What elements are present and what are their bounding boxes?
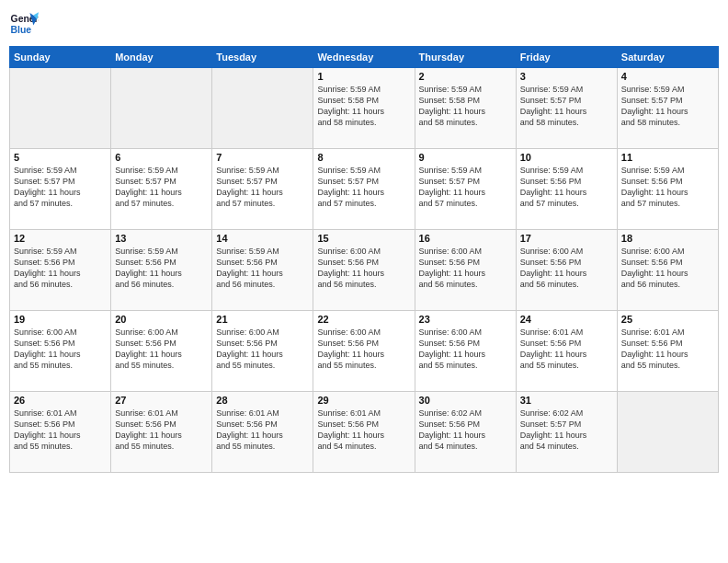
day-cell: 14Sunrise: 5:59 AM Sunset: 5:56 PM Dayli…: [212, 230, 313, 311]
day-number: 28: [216, 395, 309, 406]
day-cell: 18Sunrise: 6:00 AM Sunset: 5:56 PM Dayli…: [617, 230, 718, 311]
day-number: 11: [621, 152, 714, 163]
day-cell: 20Sunrise: 6:00 AM Sunset: 5:56 PM Dayli…: [111, 311, 212, 392]
day-info: Sunrise: 5:59 AM Sunset: 5:57 PM Dayligh…: [317, 165, 410, 210]
day-number: 18: [621, 233, 714, 244]
day-number: 10: [520, 152, 613, 163]
day-info: Sunrise: 5:59 AM Sunset: 5:56 PM Dayligh…: [14, 246, 107, 291]
col-saturday: Saturday: [617, 47, 718, 68]
header: General Blue: [9, 9, 719, 39]
day-number: 23: [419, 314, 512, 325]
day-cell: 11Sunrise: 5:59 AM Sunset: 5:56 PM Dayli…: [617, 149, 718, 230]
day-cell: 27Sunrise: 6:01 AM Sunset: 5:56 PM Dayli…: [111, 392, 212, 473]
logo: General Blue: [9, 9, 46, 39]
day-cell: 8Sunrise: 5:59 AM Sunset: 5:57 PM Daylig…: [313, 149, 415, 230]
day-cell: [617, 392, 718, 473]
week-row-5: 26Sunrise: 6:01 AM Sunset: 5:56 PM Dayli…: [10, 392, 719, 473]
col-wednesday: Wednesday: [313, 47, 415, 68]
day-cell: 22Sunrise: 6:00 AM Sunset: 5:56 PM Dayli…: [313, 311, 415, 392]
day-info: Sunrise: 5:59 AM Sunset: 5:56 PM Dayligh…: [216, 246, 309, 291]
day-cell: 7Sunrise: 5:59 AM Sunset: 5:57 PM Daylig…: [212, 149, 313, 230]
day-cell: 16Sunrise: 6:00 AM Sunset: 5:56 PM Dayli…: [415, 230, 516, 311]
page: General Blue Sunday Monday: [0, 0, 728, 563]
day-number: 29: [317, 395, 410, 406]
col-thursday: Thursday: [415, 47, 516, 68]
day-info: Sunrise: 5:59 AM Sunset: 5:58 PM Dayligh…: [317, 84, 410, 129]
calendar-table: Sunday Monday Tuesday Wednesday Thursday…: [9, 46, 719, 473]
day-number: 24: [520, 314, 613, 325]
day-info: Sunrise: 5:59 AM Sunset: 5:57 PM Dayligh…: [115, 165, 208, 210]
day-info: Sunrise: 5:59 AM Sunset: 5:58 PM Dayligh…: [419, 84, 512, 129]
day-info: Sunrise: 6:00 AM Sunset: 5:56 PM Dayligh…: [419, 327, 512, 372]
day-info: Sunrise: 5:59 AM Sunset: 5:57 PM Dayligh…: [520, 84, 613, 129]
day-number: 30: [419, 395, 512, 406]
day-number: 20: [115, 314, 208, 325]
day-cell: 24Sunrise: 6:01 AM Sunset: 5:56 PM Dayli…: [516, 311, 617, 392]
day-info: Sunrise: 6:00 AM Sunset: 5:56 PM Dayligh…: [317, 246, 410, 291]
day-number: 8: [317, 152, 410, 163]
col-tuesday: Tuesday: [212, 47, 313, 68]
day-number: 22: [317, 314, 410, 325]
day-info: Sunrise: 6:00 AM Sunset: 5:56 PM Dayligh…: [216, 327, 309, 372]
day-info: Sunrise: 5:59 AM Sunset: 5:56 PM Dayligh…: [520, 165, 613, 210]
day-info: Sunrise: 6:01 AM Sunset: 5:56 PM Dayligh…: [520, 327, 613, 372]
day-info: Sunrise: 6:01 AM Sunset: 5:56 PM Dayligh…: [621, 327, 714, 372]
day-cell: 2Sunrise: 5:59 AM Sunset: 5:58 PM Daylig…: [415, 68, 516, 149]
day-info: Sunrise: 5:59 AM Sunset: 5:57 PM Dayligh…: [621, 84, 714, 129]
day-info: Sunrise: 6:01 AM Sunset: 5:56 PM Dayligh…: [317, 408, 410, 453]
day-cell: 3Sunrise: 5:59 AM Sunset: 5:57 PM Daylig…: [516, 68, 617, 149]
day-cell: 28Sunrise: 6:01 AM Sunset: 5:56 PM Dayli…: [212, 392, 313, 473]
day-number: 1: [317, 71, 410, 82]
day-info: Sunrise: 6:00 AM Sunset: 5:56 PM Dayligh…: [14, 327, 107, 372]
week-row-3: 12Sunrise: 5:59 AM Sunset: 5:56 PM Dayli…: [10, 230, 719, 311]
day-info: Sunrise: 5:59 AM Sunset: 5:56 PM Dayligh…: [621, 165, 714, 210]
day-info: Sunrise: 5:59 AM Sunset: 5:57 PM Dayligh…: [14, 165, 107, 210]
day-number: 9: [419, 152, 512, 163]
calendar-body: 1Sunrise: 5:59 AM Sunset: 5:58 PM Daylig…: [10, 68, 719, 473]
day-info: Sunrise: 6:01 AM Sunset: 5:56 PM Dayligh…: [14, 408, 107, 453]
day-info: Sunrise: 6:00 AM Sunset: 5:56 PM Dayligh…: [520, 246, 613, 291]
day-number: 16: [419, 233, 512, 244]
day-cell: 6Sunrise: 5:59 AM Sunset: 5:57 PM Daylig…: [111, 149, 212, 230]
day-cell: 19Sunrise: 6:00 AM Sunset: 5:56 PM Dayli…: [10, 311, 111, 392]
day-number: 19: [14, 314, 107, 325]
day-cell: 17Sunrise: 6:00 AM Sunset: 5:56 PM Dayli…: [516, 230, 617, 311]
day-info: Sunrise: 6:02 AM Sunset: 5:57 PM Dayligh…: [520, 408, 613, 453]
week-row-1: 1Sunrise: 5:59 AM Sunset: 5:58 PM Daylig…: [10, 68, 719, 149]
day-number: 25: [621, 314, 714, 325]
day-cell: 30Sunrise: 6:02 AM Sunset: 5:56 PM Dayli…: [415, 392, 516, 473]
day-cell: 12Sunrise: 5:59 AM Sunset: 5:56 PM Dayli…: [10, 230, 111, 311]
day-cell: 29Sunrise: 6:01 AM Sunset: 5:56 PM Dayli…: [313, 392, 415, 473]
header-row: Sunday Monday Tuesday Wednesday Thursday…: [10, 47, 719, 68]
day-number: 15: [317, 233, 410, 244]
day-cell: 23Sunrise: 6:00 AM Sunset: 5:56 PM Dayli…: [415, 311, 516, 392]
day-number: 6: [115, 152, 208, 163]
day-cell: 10Sunrise: 5:59 AM Sunset: 5:56 PM Dayli…: [516, 149, 617, 230]
day-number: 21: [216, 314, 309, 325]
calendar-header: Sunday Monday Tuesday Wednesday Thursday…: [10, 47, 719, 68]
day-number: 31: [520, 395, 613, 406]
day-number: 3: [520, 71, 613, 82]
day-info: Sunrise: 6:02 AM Sunset: 5:56 PM Dayligh…: [419, 408, 512, 453]
day-info: Sunrise: 6:01 AM Sunset: 5:56 PM Dayligh…: [115, 408, 208, 453]
day-info: Sunrise: 6:00 AM Sunset: 5:56 PM Dayligh…: [621, 246, 714, 291]
day-cell: 21Sunrise: 6:00 AM Sunset: 5:56 PM Dayli…: [212, 311, 313, 392]
day-info: Sunrise: 6:00 AM Sunset: 5:56 PM Dayligh…: [317, 327, 410, 372]
day-info: Sunrise: 6:00 AM Sunset: 5:56 PM Dayligh…: [115, 327, 208, 372]
day-cell: 13Sunrise: 5:59 AM Sunset: 5:56 PM Dayli…: [111, 230, 212, 311]
day-info: Sunrise: 6:01 AM Sunset: 5:56 PM Dayligh…: [216, 408, 309, 453]
day-cell: [212, 68, 313, 149]
col-friday: Friday: [516, 47, 617, 68]
week-row-2: 5Sunrise: 5:59 AM Sunset: 5:57 PM Daylig…: [10, 149, 719, 230]
day-cell: [111, 68, 212, 149]
day-info: Sunrise: 6:00 AM Sunset: 5:56 PM Dayligh…: [419, 246, 512, 291]
day-info: Sunrise: 5:59 AM Sunset: 5:57 PM Dayligh…: [419, 165, 512, 210]
day-cell: 9Sunrise: 5:59 AM Sunset: 5:57 PM Daylig…: [415, 149, 516, 230]
col-sunday: Sunday: [10, 47, 111, 68]
day-number: 27: [115, 395, 208, 406]
day-cell: [10, 68, 111, 149]
day-cell: 26Sunrise: 6:01 AM Sunset: 5:56 PM Dayli…: [10, 392, 111, 473]
day-number: 12: [14, 233, 107, 244]
day-cell: 5Sunrise: 5:59 AM Sunset: 5:57 PM Daylig…: [10, 149, 111, 230]
day-number: 5: [14, 152, 107, 163]
